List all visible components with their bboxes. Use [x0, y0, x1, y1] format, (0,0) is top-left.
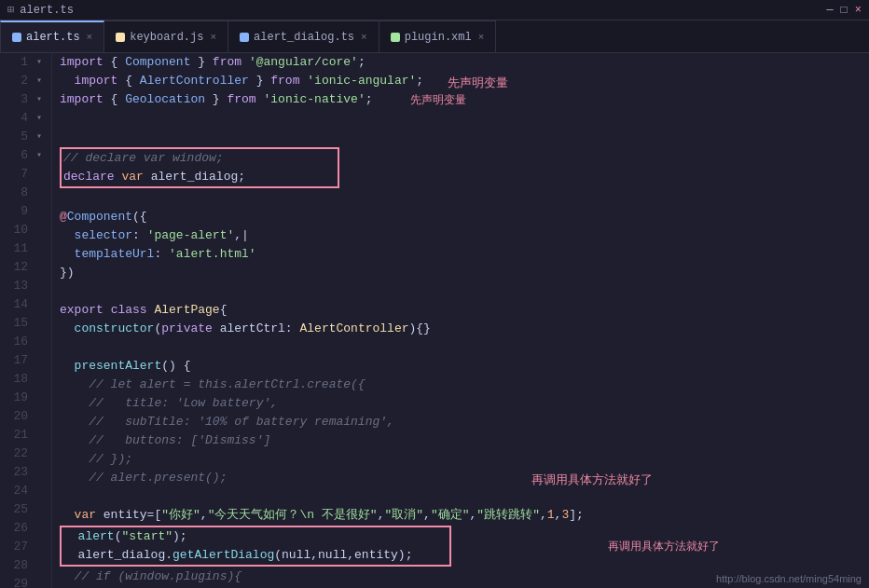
tab-plugin-xml-close[interactable]: ×: [478, 32, 485, 43]
line-num-28: 28: [4, 556, 28, 575]
tab-alert-ts[interactable]: alert.ts ×: [0, 21, 104, 52]
line-num-3: 3: [4, 90, 28, 109]
title-text: alert.ts: [20, 4, 74, 17]
tab-keyboard-js-close[interactable]: ×: [210, 32, 216, 43]
code-line-1: import { Component } from '@angular/core…: [60, 53, 869, 72]
code-line-22: // });: [60, 450, 869, 469]
call-note-label: 再调用具体方法就好了: [531, 472, 653, 488]
line-num-9: 9: [4, 202, 28, 221]
code-line-9: @Component({: [60, 208, 869, 226]
line-num-8: 8: [4, 184, 28, 202]
line-num-22: 22: [4, 444, 28, 463]
tab-alert-dialog-ts-icon: [240, 33, 249, 42]
line-num-17: 17: [4, 351, 28, 370]
code-line-11: templateUrl: 'alert.html': [60, 245, 869, 264]
line-num-20: 20: [4, 407, 28, 426]
line-num-24: 24: [4, 482, 28, 500]
code-line-12: }): [60, 264, 869, 282]
declare-note-label: 先声明变量: [448, 75, 508, 91]
line-num-10: 10: [4, 221, 28, 239]
tab-plugin-xml-label: plugin.xml: [405, 31, 472, 44]
editor-root: ⊞ alert.ts — □ × alert.ts × keyboard.js …: [0, 0, 869, 588]
line-num-12: 12: [4, 258, 28, 277]
code-line-18: // let alert = this.alertCtrl.create({: [60, 376, 869, 394]
fold-column: ▾ ▾ ▾ ▾ ▾: [32, 53, 47, 588]
code-line-19: // title: 'Low battery',: [60, 394, 869, 413]
fold-28[interactable]: ▾: [32, 146, 47, 165]
code-line-20: // subTitle: '10% of battery remaining',: [60, 413, 869, 431]
fold-9[interactable]: ▾: [32, 90, 47, 109]
close-button[interactable]: ×: [855, 4, 862, 17]
line-num-2: 2: [4, 72, 28, 90]
line-num-25: 25: [4, 500, 28, 519]
code-line-8: [60, 189, 869, 208]
code-line-6: // declare var window;: [62, 149, 338, 168]
call-note: 再调用具体方法就好了: [608, 537, 720, 555]
code-line-25: var entity=["你好","今天天气如何？\n 不是很好","取消","…: [60, 506, 869, 525]
editor-area: 1 2 3 4 5 6 7 8 9 10 11 12 13 14 15 16 1…: [0, 53, 869, 588]
tab-keyboard-js-icon: [116, 33, 125, 42]
tab-plugin-xml[interactable]: plugin.xml ×: [379, 21, 497, 52]
code-line-3: import { Geolocation } from 'ionic-nativ…: [60, 90, 869, 109]
fold-14[interactable]: ▾: [32, 109, 47, 128]
maximize-button[interactable]: □: [841, 4, 848, 17]
tab-alert-dialog-ts-label: alert_dialog.ts: [254, 31, 354, 44]
code-line-23: // alert.present();: [60, 469, 869, 487]
line-num-23: 23: [4, 463, 28, 482]
line-num-6: 6: [4, 146, 28, 165]
line-num-14: 14: [4, 295, 28, 314]
tab-alert-ts-close[interactable]: ×: [87, 32, 93, 43]
tab-bar: alert.ts × keyboard.js × alert_dialog.ts…: [0, 21, 869, 53]
line-num-5: 5: [4, 128, 28, 146]
line-num-26: 26: [4, 519, 28, 538]
code-line-16: [60, 338, 869, 357]
code-line-26: alert("start");: [62, 527, 449, 546]
line-numbers: 1 2 3 4 5 6 7 8 9 10 11 12 13 14 15 16 1…: [0, 53, 32, 588]
red-box-declare: // declare var window; declare var alert…: [60, 147, 339, 188]
tab-keyboard-js[interactable]: keyboard.js ×: [104, 21, 228, 52]
line-num-4: 4: [4, 109, 28, 128]
code-line-10: selector: 'page-alert',|: [60, 226, 869, 245]
tab-alert-dialog-ts[interactable]: alert_dialog.ts ×: [228, 21, 379, 52]
line-num-11: 11: [4, 239, 28, 258]
code-line-7: declare var alert_dialog;: [62, 168, 338, 186]
line-gutter: 1 2 3 4 5 6 7 8 9 10 11 12 13 14 15 16 1…: [0, 53, 52, 588]
code-line-15: constructor(private alertCtrl: AlertCont…: [60, 320, 869, 338]
line-num-16: 16: [4, 333, 28, 351]
line-num-13: 13: [4, 277, 28, 295]
tab-alert-ts-label: alert.ts: [26, 31, 80, 44]
code-line-17: presentAlert() {: [60, 357, 869, 376]
code-line-24: [60, 487, 869, 506]
line-num-7: 7: [4, 165, 28, 184]
title-icon: ⊞: [7, 3, 14, 17]
title-controls: — □ ×: [826, 4, 862, 17]
line-num-21: 21: [4, 426, 28, 444]
line-num-29: 29: [4, 575, 28, 588]
fold-17[interactable]: ▾: [32, 128, 47, 146]
code-line-27: alert_dialog.getAlertDialog(null,null,en…: [62, 546, 449, 565]
code-pane[interactable]: import { Component } from '@angular/core…: [52, 53, 869, 588]
line-num-18: 18: [4, 370, 28, 389]
tab-keyboard-js-label: keyboard.js: [130, 31, 203, 44]
tab-alert-dialog-ts-close[interactable]: ×: [361, 32, 367, 43]
code-line-21: // buttons: ['Dismiss']: [60, 431, 869, 450]
line-num-15: 15: [4, 314, 28, 333]
line-num-27: 27: [4, 538, 28, 556]
title-bar: ⊞ alert.ts — □ ×: [0, 0, 869, 21]
fold-3[interactable]: ▾: [32, 72, 47, 90]
watermark: http://blog.csdn.net/ming54ming: [716, 573, 862, 584]
line-num-19: 19: [4, 389, 28, 407]
code-line-4: [60, 109, 869, 128]
line-num-1: 1: [4, 53, 28, 72]
title-bar-left: ⊞ alert.ts: [7, 3, 74, 17]
code-line-5: [60, 128, 869, 146]
tab-plugin-xml-icon: [391, 33, 400, 42]
fold-1[interactable]: ▾: [32, 53, 47, 72]
tab-alert-ts-icon: [12, 33, 21, 42]
minimize-button[interactable]: —: [826, 4, 833, 17]
red-box-call: alert("start"); alert_dialog.getAlertDia…: [60, 526, 451, 567]
code-line-13: [60, 282, 869, 301]
code-line-14: export class AlertPage{: [60, 301, 869, 320]
